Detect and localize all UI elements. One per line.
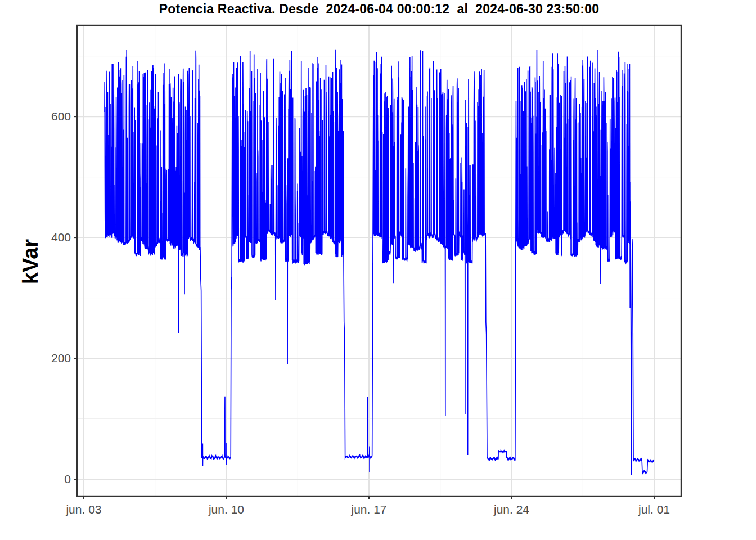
x-tick-label: jun. 17 xyxy=(350,503,386,516)
y-tick-label: 400 xyxy=(51,231,71,244)
x-tick-label: jul. 01 xyxy=(638,503,670,516)
y-tick-label: 0 xyxy=(64,472,71,485)
y-tick-label: 600 xyxy=(51,110,71,123)
chart-figure: Potencia Reactiva. Desde 2024-06-04 00:0… xyxy=(0,0,756,540)
x-tick-label: jun. 10 xyxy=(208,503,244,516)
chart-title: Potencia Reactiva. Desde 2024-06-04 00:0… xyxy=(77,2,681,17)
y-tick-label: 200 xyxy=(51,352,71,364)
x-tick-label: jun. 24 xyxy=(493,503,529,516)
y-axis-label: kVar xyxy=(19,239,43,284)
x-tick-label: jun. 03 xyxy=(65,503,101,516)
plot-svg: 0200400600jun. 03jun. 10jun. 17jun. 24ju… xyxy=(0,0,756,540)
